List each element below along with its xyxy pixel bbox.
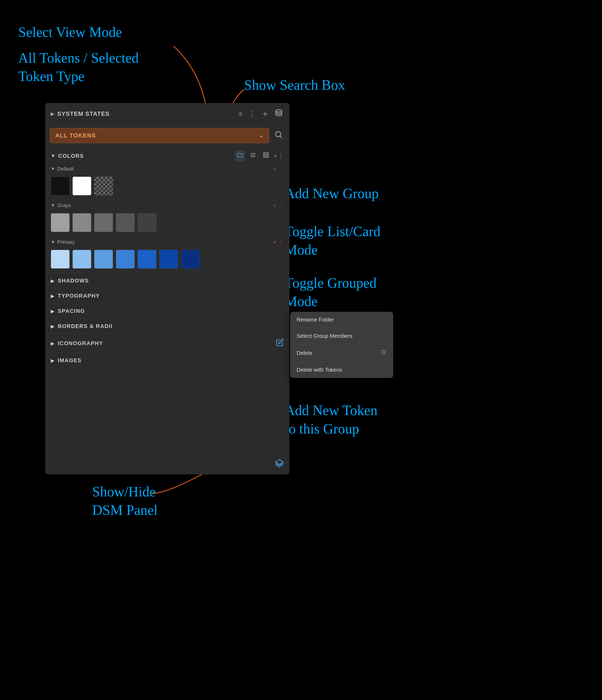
add-token-set-button[interactable]: + bbox=[261, 108, 269, 119]
select-group-members-label: Select Group Members bbox=[297, 333, 353, 339]
colors-more-button[interactable]: ⋮ bbox=[277, 152, 284, 160]
default-group-arrow[interactable]: ▼ bbox=[51, 167, 55, 171]
borders-title: BORDERS & RADII bbox=[58, 323, 284, 329]
primary-group-icons: + ⋮ bbox=[273, 239, 284, 245]
grid-view-button[interactable] bbox=[260, 150, 272, 161]
swatch-gray5[interactable] bbox=[137, 213, 156, 232]
grays-group-arrow[interactable]: ▼ bbox=[51, 203, 55, 208]
rename-folder-label: Rename Folder bbox=[297, 317, 334, 323]
swatch-primary1[interactable] bbox=[51, 250, 70, 269]
swatch-white[interactable] bbox=[72, 176, 92, 196]
annotation-add-new-group: Add New Group bbox=[285, 184, 379, 203]
iconography-arrow: ▶ bbox=[51, 341, 54, 347]
colors-title: COLORS bbox=[58, 153, 234, 159]
grays-more-button[interactable]: ⋮ bbox=[278, 202, 284, 209]
swatch-primary7[interactable] bbox=[181, 250, 200, 269]
primary-more-button[interactable]: ⋮ bbox=[278, 239, 284, 245]
spacing-section[interactable]: ▶ SPACING bbox=[45, 304, 289, 319]
annotation-select-view-mode: Select View Mode bbox=[18, 23, 122, 42]
folder-view-button[interactable] bbox=[234, 150, 245, 161]
dropdown-chevron: ⌄ bbox=[259, 132, 264, 139]
add-gray-token-button[interactable]: + bbox=[273, 202, 276, 209]
delete-item[interactable]: Delete bbox=[290, 344, 393, 362]
shadows-section[interactable]: ▶ SHADOWS bbox=[45, 273, 289, 289]
swatch-primary2[interactable] bbox=[72, 250, 92, 269]
swatch-gray2[interactable] bbox=[72, 213, 92, 232]
context-menu: Rename Folder Select Group Members Delet… bbox=[290, 312, 393, 378]
annotation-show-hide-dsm: Show/Hide DSM Panel bbox=[92, 482, 157, 519]
spacing-title: SPACING bbox=[58, 308, 284, 314]
database-button[interactable] bbox=[274, 108, 284, 120]
images-section[interactable]: ▶ IMAGES bbox=[45, 353, 289, 368]
default-swatches bbox=[51, 174, 284, 197]
primary-group-name: Primary bbox=[57, 239, 273, 245]
color-group-primary: ▼ Primary + ⋮ bbox=[45, 237, 289, 273]
more-options-button[interactable]: ⋮ bbox=[247, 109, 256, 119]
images-arrow: ▶ bbox=[51, 357, 54, 364]
swatch-primary3[interactable] bbox=[94, 250, 113, 269]
search-button[interactable] bbox=[272, 128, 285, 143]
annotation-all-tokens-selected: All Tokens / Selected Token Type bbox=[18, 49, 139, 85]
header-collapse-arrow[interactable]: ▶ bbox=[51, 111, 54, 117]
default-group-icons: + ⋮ bbox=[273, 166, 284, 172]
delete-label: Delete bbox=[297, 350, 312, 356]
color-group-default: ▼ Default + ⋮ bbox=[45, 164, 289, 200]
list-view-button[interactable] bbox=[248, 150, 258, 161]
svg-rect-7 bbox=[264, 153, 266, 154]
svg-rect-8 bbox=[267, 153, 269, 154]
panel-header: ▶ SYSTEM STATES ⋮ + bbox=[45, 103, 289, 125]
annotation-toggle-grouped: Toggle Grouped Mode bbox=[285, 274, 377, 310]
typography-section[interactable]: ▶ TYPOGRAPHY bbox=[45, 289, 289, 304]
swatch-transparent[interactable] bbox=[94, 176, 113, 196]
rename-folder-item[interactable]: Rename Folder bbox=[290, 312, 393, 328]
default-group-name: Default bbox=[57, 166, 273, 172]
shadows-arrow: ▶ bbox=[51, 278, 54, 284]
add-color-group-button[interactable]: + bbox=[274, 152, 277, 160]
iconography-edit-icon[interactable] bbox=[276, 338, 284, 348]
images-title: IMAGES bbox=[58, 357, 284, 364]
token-type-dropdown[interactable]: ALL TOKENS ⌄ bbox=[50, 128, 269, 143]
swatch-gray1[interactable] bbox=[51, 213, 70, 232]
select-group-members-item[interactable]: Select Group Members bbox=[290, 328, 393, 344]
main-panel: ▶ SYSTEM STATES ⋮ + ALL TOKENS ⌄ bbox=[45, 103, 289, 474]
annotation-show-search-box: Show Search Box bbox=[244, 76, 345, 94]
borders-section[interactable]: ▶ BORDERS & RADII bbox=[45, 319, 289, 334]
swatch-gray4[interactable] bbox=[116, 213, 135, 232]
swatch-primary6[interactable] bbox=[159, 250, 178, 269]
primary-group-header: ▼ Primary + ⋮ bbox=[51, 237, 284, 248]
typography-arrow: ▶ bbox=[51, 293, 54, 299]
grays-group-icons: + ⋮ bbox=[273, 202, 284, 209]
trash-icon bbox=[381, 349, 387, 357]
default-group-header: ▼ Default + ⋮ bbox=[51, 164, 284, 174]
borders-arrow: ▶ bbox=[51, 323, 54, 329]
annotation-add-new-token: Add New Token to this Group bbox=[285, 401, 377, 438]
swatch-primary4[interactable] bbox=[116, 250, 135, 269]
swatch-primary5[interactable] bbox=[137, 250, 156, 269]
grays-swatches bbox=[51, 211, 284, 233]
swatch-gray3[interactable] bbox=[94, 213, 113, 232]
colors-section-header: ▼ COLORS bbox=[45, 147, 289, 164]
svg-rect-9 bbox=[264, 156, 266, 157]
swatch-black[interactable] bbox=[51, 176, 70, 196]
typography-title: TYPOGRAPHY bbox=[58, 293, 284, 299]
svg-point-2 bbox=[276, 131, 281, 136]
iconography-title: ICONOGRAPHY bbox=[58, 340, 276, 347]
default-more-button[interactable]: ⋮ bbox=[278, 166, 284, 172]
header-icons: ⋮ + bbox=[247, 108, 284, 120]
spacing-arrow: ▶ bbox=[51, 308, 54, 314]
view-mode-icons bbox=[234, 150, 272, 161]
colors-collapse-arrow[interactable]: ▼ bbox=[51, 153, 56, 159]
color-group-grays: ▼ Grays + ⋮ bbox=[45, 200, 289, 236]
add-primary-token-button[interactable]: + bbox=[273, 239, 276, 245]
add-default-token-button[interactable]: + bbox=[273, 166, 276, 172]
shadows-title: SHADOWS bbox=[58, 278, 284, 284]
delete-with-tokens-label: Delete with Tokens bbox=[297, 367, 342, 373]
primary-group-arrow[interactable]: ▼ bbox=[51, 240, 55, 245]
iconography-section[interactable]: ▶ ICONOGRAPHY bbox=[45, 334, 289, 353]
bottom-layers-button[interactable] bbox=[275, 459, 284, 469]
annotation-toggle-list-card: Toggle List/Card Mode bbox=[285, 222, 380, 259]
panel-title: SYSTEM STATES bbox=[57, 110, 236, 117]
delete-with-tokens-item[interactable]: Delete with Tokens bbox=[290, 362, 393, 378]
token-dropdown-label: ALL TOKENS bbox=[55, 132, 96, 139]
svg-rect-10 bbox=[267, 156, 269, 157]
